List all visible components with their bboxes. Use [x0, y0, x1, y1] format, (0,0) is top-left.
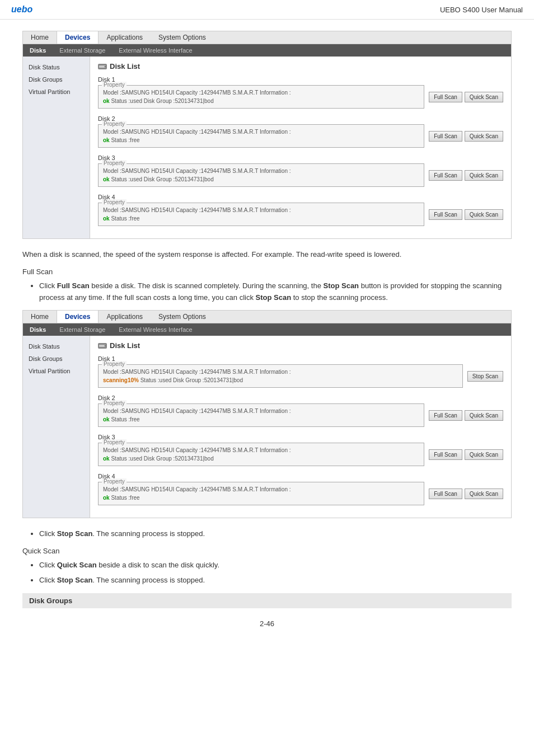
svg-point-5: [105, 345, 106, 346]
page-header: uebo UEBO S400 User Manual: [0, 0, 534, 20]
page-footer: 2-46: [22, 608, 512, 639]
quick-scan-heading: Quick Scan: [22, 547, 512, 555]
full-scan-heading: Full Scan: [22, 267, 512, 276]
p2-disk-3-model: Model :SAMSUNG HD154UI Capacity :1429447…: [103, 447, 291, 453]
nav-applications-2[interactable]: Applications: [99, 311, 151, 323]
p2-disk-2-status: Status :free: [111, 416, 139, 422]
sidebar-disk-status-2[interactable]: Disk Status: [23, 340, 90, 353]
p2-disk-1-buttons: Stop Scan: [467, 371, 503, 382]
p2-disk-4-model: Model :SAMSUNG HD154UI Capacity :1429447…: [103, 486, 291, 492]
nav-system-options-1[interactable]: System Options: [151, 31, 214, 44]
disk-1-section: Disk 1 Property Model :SAMSUNG HD154UI C…: [98, 76, 503, 109]
sub-nav-2: Disks External Storage External Wireless…: [23, 323, 511, 336]
disk-3-quick-scan[interactable]: Quick Scan: [465, 170, 503, 181]
subnav-external-storage-2[interactable]: External Storage: [53, 325, 112, 335]
ui-panel-1: Home Devices Applications System Options…: [22, 31, 512, 239]
p2-disk-4-property: Property Model :SAMSUNG HD154UI Capacity…: [98, 482, 424, 505]
p2-disk-1-property: Property Model :SAMSUNG HD154UI Capacity…: [98, 364, 463, 388]
disk-4-status: Status :free: [111, 215, 139, 222]
disk-2-status: Status :free: [111, 137, 139, 143]
disk-2-property-legend: Property: [102, 121, 127, 127]
p2-disk-3-label: Disk 3: [98, 434, 503, 440]
disk-1-status: Status :used Disk Group :520134731|bod: [111, 98, 213, 104]
disk-3-full-scan[interactable]: Full Scan: [429, 170, 462, 181]
p2-disk-1-label: Disk 1: [98, 355, 503, 362]
p2-disk-4-full-scan[interactable]: Full Scan: [429, 489, 462, 499]
sidebar-disk-status-1[interactable]: Disk Status: [23, 61, 90, 73]
disk-4-model: Model :SAMSUNG HD154UI Capacity :1429447…: [103, 207, 291, 213]
disk-4-ok: ok: [103, 215, 110, 222]
disk-1-quick-scan[interactable]: Quick Scan: [465, 92, 503, 102]
nav-system-options-2[interactable]: System Options: [151, 311, 214, 323]
disk-3-buttons: Full Scan Quick Scan: [429, 170, 503, 181]
p2-disk-2-model: Model :SAMSUNG HD154UI Capacity :1429447…: [103, 408, 291, 414]
ui-panel-2: Home Devices Applications System Options…: [22, 310, 512, 518]
subnav-wireless-2[interactable]: External Wireless Interface: [112, 325, 199, 335]
disk-4-buttons: Full Scan Quick Scan: [429, 209, 503, 220]
disk-3-section: Disk 3 Property Model :SAMSUNG HD154UI C…: [98, 154, 503, 187]
disk-4-property: Property Model :SAMSUNG HD154UI Capacity…: [98, 203, 424, 226]
p2-disk-1-property-legend: Property: [102, 361, 127, 367]
disk-1-ok: ok: [103, 98, 110, 104]
p2-disk-4-label: Disk 4: [98, 473, 503, 480]
svg-point-2: [105, 65, 106, 67]
disk-4-full-scan[interactable]: Full Scan: [429, 209, 462, 220]
p2-disk-2-quick-scan[interactable]: Quick Scan: [465, 410, 503, 421]
sidebar-disk-groups-2[interactable]: Disk Groups: [23, 353, 90, 365]
nav-bar-1: Home Devices Applications System Options: [23, 31, 511, 44]
disk-2-full-scan[interactable]: Full Scan: [429, 131, 462, 142]
disk-4-quick-scan[interactable]: Quick Scan: [465, 209, 503, 220]
subnav-external-storage-1[interactable]: External Storage: [53, 45, 112, 55]
p2-disk-2-property-legend: Property: [102, 400, 127, 406]
nav-devices-2[interactable]: Devices: [57, 311, 99, 323]
disk-2-section: Disk 2 Property Model :SAMSUNG HD154UI C…: [98, 115, 503, 148]
logo: uebo: [11, 4, 32, 15]
p2-disk-1-section: Disk 1 Property Model :SAMSUNG HD154UI C…: [98, 355, 503, 388]
main-content-1: Disk List Disk 1 Property Model :SAMSUNG…: [90, 57, 511, 238]
disk-4-section: Disk 4 Property Model :SAMSUNG HD154UI C…: [98, 194, 503, 226]
nav-devices-1[interactable]: Devices: [57, 31, 99, 44]
nav-home-2[interactable]: Home: [23, 311, 57, 323]
disk-2-model: Model :SAMSUNG HD154UI Capacity :1429447…: [103, 129, 291, 135]
disk-2-quick-scan[interactable]: Quick Scan: [465, 131, 503, 142]
nav-bar-2: Home Devices Applications System Options: [23, 311, 511, 323]
disk-2-label: Disk 2: [98, 115, 503, 122]
full-scan-bullet-item: Click Full Scan beside a disk. The disk …: [39, 280, 512, 304]
nav-home-1[interactable]: Home: [23, 31, 57, 44]
sub-nav-1: Disks External Storage External Wireless…: [23, 44, 511, 57]
disk-1-buttons: Full Scan Quick Scan: [429, 92, 503, 102]
disk-3-ok: ok: [103, 176, 110, 182]
subnav-disks-1[interactable]: Disks: [23, 45, 53, 55]
p2-disk-4-property-legend: Property: [102, 478, 127, 485]
subnav-wireless-1[interactable]: External Wireless Interface: [112, 45, 199, 55]
p2-disk-3-quick-scan[interactable]: Quick Scan: [465, 449, 503, 460]
p2-disk-1-stop-scan[interactable]: Stop Scan: [467, 371, 503, 382]
disk-2-ok: ok: [103, 137, 110, 143]
body-text-1: When a disk is scanned, the speed of the…: [22, 249, 512, 261]
disk-1-model: Model :SAMSUNG HD154UI Capacity :1429447…: [103, 90, 291, 96]
p2-disk-2-section: Disk 2 Property Model :SAMSUNG HD154UI C…: [98, 395, 503, 427]
disk-2-buttons: Full Scan Quick Scan: [429, 131, 503, 142]
nav-applications-1[interactable]: Applications: [99, 31, 151, 44]
quick-scan-bullet-1: Click Quick Scan beside a disk to scan t…: [39, 560, 512, 571]
subnav-disks-2[interactable]: Disks: [23, 325, 53, 335]
p2-disk-4-buttons: Full Scan Quick Scan: [429, 489, 503, 499]
p2-disk-3-full-scan[interactable]: Full Scan: [429, 449, 462, 460]
disk-1-label: Disk 1: [98, 76, 503, 83]
full-scan-bullets: Click Full Scan beside a disk. The disk …: [39, 280, 512, 304]
disk-list-title-2: Disk List: [98, 341, 503, 350]
sidebar-virtual-partition-1[interactable]: Virtual Partition: [23, 86, 90, 98]
quick-scan-bullet-2: Click Stop Scan. The scanning process is…: [39, 575, 512, 586]
p2-disk-2-full-scan[interactable]: Full Scan: [429, 410, 462, 421]
p2-disk-3-section: Disk 3 Property Model :SAMSUNG HD154UI C…: [98, 434, 503, 466]
sidebar-disk-groups-1[interactable]: Disk Groups: [23, 73, 90, 86]
p2-disk-4-ok: ok: [103, 495, 110, 501]
p2-disk-4-status: Status :free: [111, 495, 139, 501]
sidebar-virtual-partition-2[interactable]: Virtual Partition: [23, 365, 90, 377]
disk-1-full-scan[interactable]: Full Scan: [429, 92, 462, 102]
p2-disk-4-quick-scan[interactable]: Quick Scan: [465, 489, 503, 499]
disk-2-property: Property Model :SAMSUNG HD154UI Capacity…: [98, 124, 424, 148]
disk-list-label-2: Disk List: [110, 341, 140, 350]
p2-disk-3-property: Property Model :SAMSUNG HD154UI Capacity…: [98, 443, 424, 466]
p2-disk-2-label: Disk 2: [98, 395, 503, 401]
